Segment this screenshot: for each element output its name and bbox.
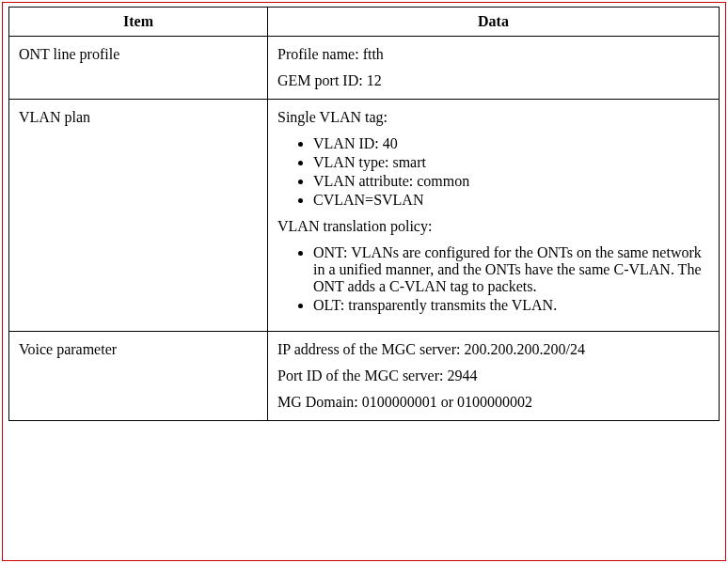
list-item: CVLAN=SVLAN [313, 192, 709, 209]
header-item: Item [9, 8, 268, 37]
list-item: VLAN ID: 40 [313, 135, 709, 152]
item-label: VLAN plan [19, 109, 258, 126]
vlan-translation-list: ONT: VLANs are configured for the ONTs o… [277, 244, 709, 314]
item-cell: Voice parameter [9, 332, 268, 421]
single-vlan-heading: Single VLAN tag: [277, 109, 709, 126]
item-label: Voice parameter [19, 341, 258, 358]
gem-port-id-line: GEM port ID: 12 [277, 72, 709, 89]
table-row: VLAN plan Single VLAN tag: VLAN ID: 40 V… [9, 100, 720, 332]
mg-domain-line: MG Domain: 0100000001 or 0100000002 [277, 394, 709, 411]
mgc-ip-line: IP address of the MGC server: 200.200.20… [277, 341, 709, 358]
data-cell: Profile name: ftth GEM port ID: 12 [268, 37, 720, 100]
document-frame: Item Data ONT line profile Profile name:… [2, 2, 726, 561]
data-cell: Single VLAN tag: VLAN ID: 40 VLAN type: … [268, 100, 720, 332]
data-cell: IP address of the MGC server: 200.200.20… [268, 332, 720, 421]
list-item: OLT: transparently transmits the VLAN. [313, 297, 709, 314]
table-row: ONT line profile Profile name: ftth GEM … [9, 37, 720, 100]
item-cell: VLAN plan [9, 100, 268, 332]
mgc-port-line: Port ID of the MGC server: 2944 [277, 368, 709, 384]
vlan-translation-heading: VLAN translation policy: [277, 218, 709, 235]
list-item: VLAN attribute: common [313, 173, 709, 190]
item-cell: ONT line profile [9, 37, 268, 100]
table-row: Voice parameter IP address of the MGC se… [9, 332, 720, 421]
single-vlan-list: VLAN ID: 40 VLAN type: smart VLAN attrib… [277, 135, 709, 209]
list-item: VLAN type: smart [313, 154, 709, 171]
item-label: ONT line profile [19, 46, 258, 63]
profile-name-line: Profile name: ftth [277, 46, 709, 63]
header-row: Item Data [9, 8, 720, 37]
list-item: ONT: VLANs are configured for the ONTs o… [313, 244, 709, 295]
header-data: Data [268, 8, 720, 37]
config-table: Item Data ONT line profile Profile name:… [8, 7, 720, 421]
